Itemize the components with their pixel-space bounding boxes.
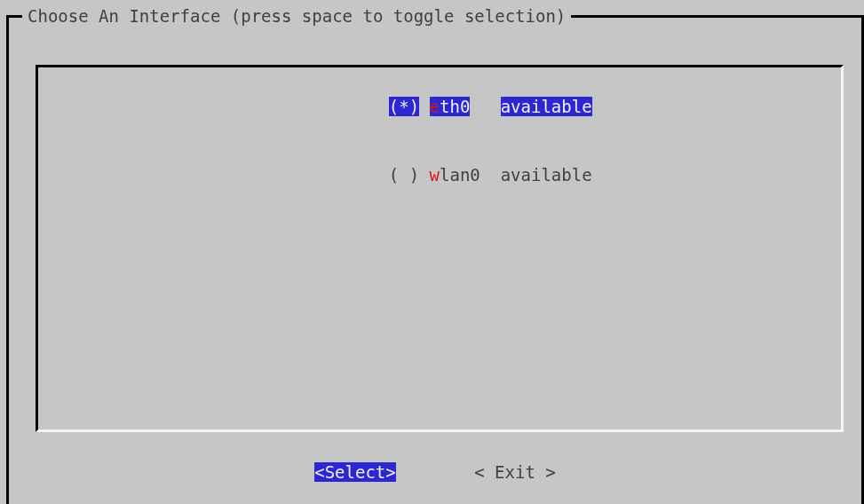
- select-button[interactable]: <Select>: [314, 462, 396, 482]
- iface-name: lan0: [440, 165, 480, 185]
- iface-status: available: [501, 97, 592, 116]
- iface-first-letter: w: [430, 165, 440, 185]
- check-mark: [399, 165, 408, 185]
- interface-list-frame: (*) eth0 available ( ) wlan0 available: [36, 65, 844, 432]
- button-bar: <Select>< Exit >: [9, 461, 861, 484]
- dialog-title: Choose An Interface (press space to togg…: [22, 5, 571, 28]
- iface-status: available: [501, 165, 592, 185]
- exit-button[interactable]: < Exit >: [474, 462, 556, 482]
- iface-first-letter: e: [430, 97, 440, 116]
- iface-name: th0: [440, 97, 470, 116]
- dialog-frame: Choose An Interface (press space to togg…: [6, 15, 864, 504]
- check-mark: *: [399, 97, 408, 116]
- interface-row-eth0[interactable]: (*) eth0 available: [38, 73, 841, 141]
- interface-row-wlan0[interactable]: ( ) wlan0 available: [38, 141, 841, 209]
- interface-list: (*) eth0 available ( ) wlan0 available: [38, 73, 841, 209]
